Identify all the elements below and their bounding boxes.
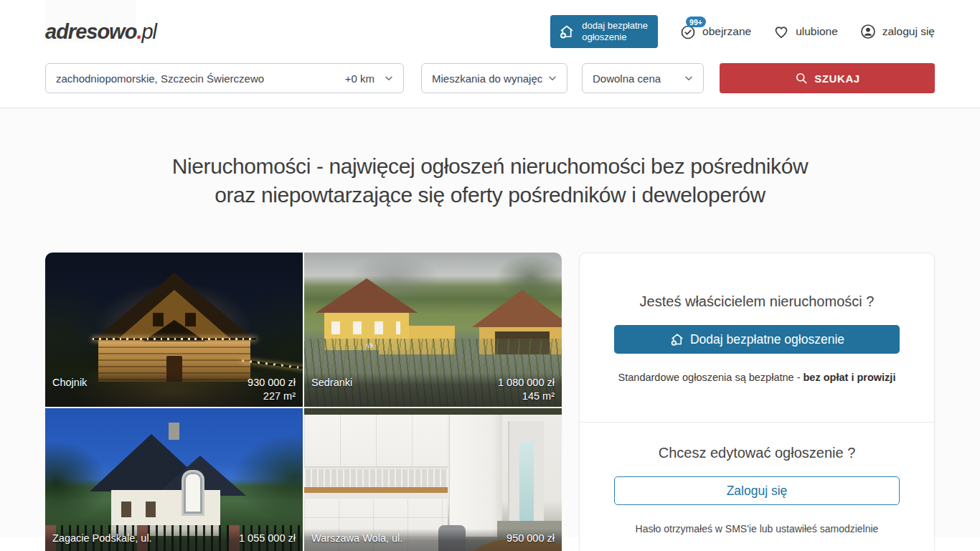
listing-area: 227 m²	[52, 390, 296, 402]
chevron-down-icon	[683, 72, 694, 84]
panel-login-button[interactable]: Zaloguj się	[614, 476, 900, 505]
edit-heading: Chcesz edytować ogłoszenie ?	[614, 445, 900, 461]
listing-card[interactable]: Sedranki 1 080 000 zł 145 m²	[304, 253, 562, 407]
edit-section: Chcesz edytować ogłoszenie ? Zaloguj się…	[580, 423, 934, 551]
listing-card[interactable]: Zagacie Podskale, ul. 1 055 000 zł	[45, 408, 303, 551]
photo-art-upper-cabinets	[304, 415, 448, 468]
location-value: zachodniopomorskie, Szczecin Świerczewo	[56, 72, 339, 85]
listing-area	[311, 546, 555, 551]
search-icon	[794, 71, 809, 85]
listing-area	[52, 546, 296, 551]
house-add-icon	[558, 23, 575, 40]
add-listing-label: dodaj bezpłatne ogłoszenie	[582, 20, 648, 44]
brand-logo[interactable]: adresowo.pl	[45, 20, 156, 44]
listing-label: Warszawa Wola, ul. 950 000 zł	[304, 529, 562, 551]
favorites-menu-item[interactable]: ulubione	[773, 23, 838, 40]
add-listing-line2: ogłoszenie	[582, 32, 626, 42]
panel-add-listing-button[interactable]: Dodaj bezpłatne ogłoszenie	[614, 325, 900, 354]
search-bar: zachodniopomorskie, Szczecin Świerczewo …	[45, 63, 935, 93]
search-button[interactable]: SZUKAJ	[720, 63, 935, 93]
listing-label: Chojnik 930 000 zł 227 m²	[45, 373, 303, 407]
photo-art-backsplash	[304, 469, 448, 493]
listing-price: 1 055 000 zł	[239, 532, 296, 544]
edit-note: Hasło otrzymałeś w SMS'ie lub ustawiłeś …	[614, 523, 900, 534]
price-select[interactable]: Dowolna cena	[582, 63, 704, 93]
radius-value: +0 km	[345, 72, 374, 85]
page-title-line1: Nieruchomości - najwięcej ogłoszeń nieru…	[172, 154, 809, 178]
page-title: Nieruchomości - najwięcej ogłoszeń nieru…	[0, 152, 980, 209]
main-content: Nieruchomości - najwięcej ogłoszeń nieru…	[0, 108, 980, 537]
house-add-icon	[669, 331, 685, 347]
listing-price: 950 000 zł	[507, 532, 555, 544]
header-actions: dodaj bezpłatne ogłoszenie 99+ obejrzane…	[550, 15, 935, 49]
photo-art-lights	[93, 338, 256, 340]
login-label: zaloguj się	[882, 25, 935, 38]
add-listing-button[interactable]: dodaj bezpłatne ogłoszenie	[550, 15, 658, 49]
header: adresowo.pl dodaj bezpłatne ogłoszenie	[0, 0, 980, 63]
chevron-down-icon	[383, 72, 395, 84]
listing-card[interactable]: Warszawa Wola, ul. 950 000 zł	[304, 408, 562, 551]
viewed-menu-item[interactable]: 99+ obejrzane	[679, 23, 751, 40]
listing-name: Chojnik	[52, 377, 87, 388]
owner-note-bold: bez opłat i prowizji	[804, 372, 896, 383]
heart-icon	[773, 23, 790, 40]
location-input[interactable]: zachodniopomorskie, Szczecin Świerczewo …	[45, 63, 404, 93]
property-type-value: Mieszkania do wynajęc	[432, 72, 547, 85]
listing-price: 1 080 000 zł	[498, 377, 555, 388]
listing-name: Sedranki	[311, 377, 352, 388]
search-button-label: SZUKAJ	[814, 72, 860, 85]
listing-name: Zagacie Podskale, ul.	[52, 532, 152, 544]
listing-label: Zagacie Podskale, ul. 1 055 000 zł	[45, 529, 303, 551]
owner-section: Jesteś właścicielem nieruchomości ? Doda…	[580, 253, 934, 422]
photo-art-tall-cabinet	[449, 415, 502, 537]
favorites-label: ulubione	[796, 25, 838, 38]
panel-add-listing-label: Dodaj bezpłatne ogłoszenie	[690, 332, 844, 347]
viewed-label: obejrzane	[702, 25, 751, 38]
listing-card[interactable]: Chojnik 930 000 zł 227 m²	[45, 253, 303, 407]
chevron-down-icon	[547, 72, 558, 84]
brand-name: adresowo	[45, 0, 136, 43]
check-circle-icon: 99+	[679, 23, 697, 40]
viewed-count-badge: 99+	[686, 17, 706, 27]
owner-heading: Jesteś właścicielem nieruchomości ?	[614, 293, 900, 310]
property-type-select[interactable]: Mieszkania do wynajęc	[421, 63, 567, 93]
owner-note-text: Standardowe ogłoszenia są bezpłatne -	[618, 372, 804, 383]
owner-note: Standardowe ogłoszenia są bezpłatne - be…	[614, 372, 900, 383]
login-menu-item[interactable]: zaloguj się	[859, 23, 935, 40]
price-value: Dowolna cena	[593, 72, 683, 85]
listing-name: Warszawa Wola, ul.	[311, 532, 402, 544]
brand-tld: pl	[141, 20, 156, 43]
owner-panel: Jesteś właścicielem nieruchomości ? Doda…	[579, 253, 935, 551]
listings-grid: Chojnik 930 000 zł 227 m² Sedranki 1	[45, 253, 562, 551]
listing-area: 145 m²	[311, 390, 555, 402]
listing-label: Sedranki 1 080 000 zł 145 m²	[304, 373, 562, 407]
add-listing-line1: dodaj bezpłatne	[582, 20, 648, 31]
content-row: Chojnik 930 000 zł 227 m² Sedranki 1	[45, 253, 935, 551]
listing-price: 930 000 zł	[248, 377, 296, 388]
page-title-line2: oraz niepowtarzające się oferty pośredni…	[215, 183, 765, 207]
user-icon	[859, 23, 877, 40]
